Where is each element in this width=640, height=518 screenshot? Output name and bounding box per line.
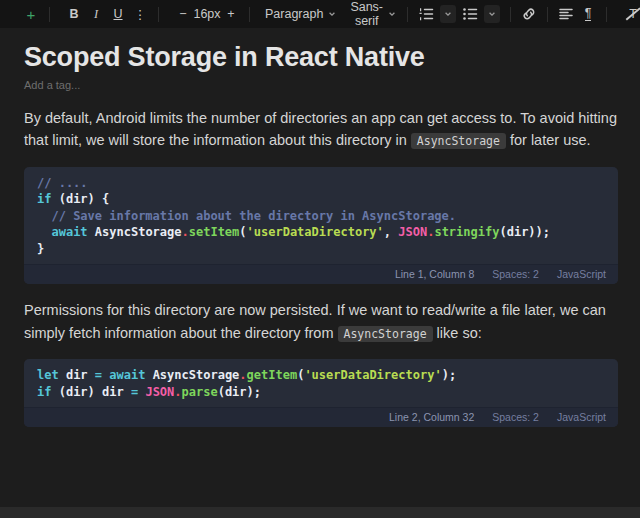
align-left-icon — [558, 6, 574, 22]
code-token: (dir) dir — [51, 385, 130, 399]
tag-input[interactable]: Add a tag... — [24, 79, 618, 91]
paragraph[interactable]: Permissions for this directory are now p… — [24, 299, 618, 344]
editor-window: + B I U ⋮ − 16px + Paragraph Sans-serif — [0, 0, 640, 518]
toolbar-divider — [407, 7, 408, 22]
underline-button[interactable]: U — [107, 3, 129, 25]
code-token: . — [239, 368, 246, 382]
code-token: 'userDataDirectory' — [247, 225, 384, 239]
cursor-position: Line 2, Column 32 — [389, 411, 474, 423]
text-run: for later use. — [506, 132, 591, 148]
toolbar-divider — [158, 7, 159, 22]
link-icon — [521, 6, 537, 22]
code-token: let — [37, 368, 59, 382]
code-token: = — [95, 368, 102, 382]
code-line: if (dir) { — [37, 191, 605, 208]
toolbar-divider — [249, 7, 250, 22]
code-line: // .... — [37, 175, 605, 192]
code-token: . — [174, 385, 181, 399]
code-token: // .... — [37, 176, 88, 190]
code-editor-area[interactable]: let dir = await AsyncStorage.getItem('us… — [24, 359, 618, 407]
ordered-list-button[interactable] — [415, 3, 437, 25]
code-token: AsyncStorage — [88, 225, 182, 239]
text-run: Permissions for this directory are now p… — [24, 302, 606, 340]
code-editor-area[interactable]: // ....if (dir) { // Save information ab… — [24, 167, 618, 265]
chevron-down-icon — [388, 10, 396, 18]
chevron-down-icon — [444, 10, 452, 18]
inline-code: AsyncStorage — [338, 326, 433, 342]
decrease-font-button[interactable]: − — [172, 3, 194, 25]
italic-button[interactable]: I — [85, 3, 107, 25]
code-token: JSON — [398, 225, 427, 239]
font-family-select[interactable]: Sans-serif — [346, 3, 400, 25]
insert-link-button[interactable] — [518, 3, 540, 25]
toolbar-divider — [606, 7, 607, 22]
bold-button[interactable]: B — [63, 3, 85, 25]
font-size-value: 16px — [194, 3, 220, 25]
horizontal-scrollbar-track[interactable] — [0, 507, 640, 518]
increase-font-button[interactable]: + — [220, 3, 242, 25]
code-status-bar: Line 1, Column 8Spaces: 2JavaScript — [24, 264, 618, 284]
code-block[interactable]: let dir = await AsyncStorage.getItem('us… — [24, 359, 618, 427]
code-token: await — [51, 225, 87, 239]
code-token: setItem — [189, 225, 240, 239]
code-token: getItem — [247, 368, 298, 382]
paragraph-style-select[interactable]: Paragraph — [261, 3, 340, 25]
paragraph[interactable]: By default, Android limits the number of… — [24, 107, 618, 152]
code-token: AsyncStorage — [145, 368, 239, 382]
code-token — [37, 209, 51, 223]
toolbar-divider — [547, 7, 548, 22]
code-token: . — [182, 225, 189, 239]
formatting-toolbar: + B I U ⋮ − 16px + Paragraph Sans-serif — [0, 0, 640, 28]
code-token: (dir); — [218, 385, 261, 399]
code-block[interactable]: // ....if (dir) { // Save information ab… — [24, 167, 618, 285]
align-button[interactable] — [555, 3, 577, 25]
code-token: , — [384, 225, 398, 239]
insert-button[interactable]: + — [20, 3, 42, 25]
code-token: } — [37, 242, 44, 256]
ordered-list-icon — [418, 6, 434, 22]
code-token: ); — [442, 368, 456, 382]
code-token: 'userDataDirectory' — [304, 368, 441, 382]
toolbar-divider — [49, 7, 50, 22]
code-token: parse — [182, 385, 218, 399]
code-token: dir — [59, 368, 95, 382]
clear-formatting-button[interactable]: T — [622, 3, 640, 25]
chevron-down-icon — [488, 10, 496, 18]
code-line: await AsyncStorage.setItem('userDataDire… — [37, 224, 605, 241]
unordered-list-icon — [462, 6, 478, 22]
cursor-position: Line 1, Column 8 — [395, 268, 474, 280]
ordered-list-dropdown[interactable] — [440, 5, 456, 23]
chevron-down-icon — [328, 10, 336, 18]
code-token: (dir)); — [499, 225, 550, 239]
code-token: // Save information about the directory … — [51, 209, 456, 223]
code-token: if — [37, 385, 51, 399]
code-line: let dir = await AsyncStorage.getItem('us… — [37, 367, 605, 384]
indent-setting: Spaces: 2 — [492, 268, 539, 280]
code-line: } — [37, 241, 605, 258]
indent-setting: Spaces: 2 — [492, 411, 539, 423]
inline-code: AsyncStorage — [411, 133, 506, 149]
language-label: JavaScript — [557, 411, 606, 423]
code-token: (dir) { — [51, 192, 109, 206]
code-status-bar: Line 2, Column 32Spaces: 2JavaScript — [24, 407, 618, 427]
unordered-list-dropdown[interactable] — [484, 5, 500, 23]
pilcrow-icon: ¶ — [585, 7, 592, 22]
code-token — [37, 225, 51, 239]
more-formats-button[interactable]: ⋮ — [129, 3, 151, 25]
code-line: if (dir) dir = JSON.parse(dir); — [37, 384, 605, 401]
font-family-label: Sans-serif — [350, 0, 383, 28]
code-line: // Save information about the directory … — [37, 208, 605, 225]
code-token: if — [37, 192, 51, 206]
toolbar-divider — [510, 7, 511, 22]
code-token: JSON — [145, 385, 174, 399]
code-token: await — [109, 368, 145, 382]
note-title[interactable]: Scoped Storage in React Native — [24, 42, 618, 73]
note-content: Scoped Storage in React Native Add a tag… — [0, 28, 640, 427]
text-run: like so: — [433, 325, 482, 341]
unordered-list-button[interactable] — [459, 3, 481, 25]
paragraph-mark-button[interactable]: ¶ — [577, 3, 599, 25]
language-label: JavaScript — [557, 268, 606, 280]
paragraph-style-label: Paragraph — [265, 7, 323, 21]
code-token: ( — [239, 225, 246, 239]
code-token: stringify — [434, 225, 499, 239]
